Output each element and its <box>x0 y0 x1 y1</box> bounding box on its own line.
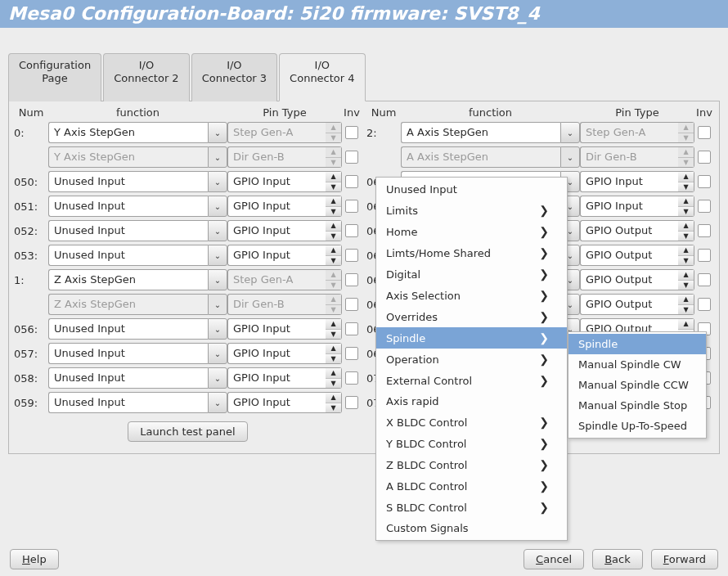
pintype-spinner[interactable]: ▲▼ <box>326 343 342 364</box>
back-button[interactable]: Back <box>592 549 643 569</box>
menu-item[interactable]: External Control❯ <box>376 370 567 391</box>
pintype-spinner[interactable]: ▲▼ <box>326 196 342 217</box>
pintype-combobox[interactable]: GPIO Input <box>227 245 326 266</box>
pintype-combobox[interactable]: GPIO Output <box>580 269 678 290</box>
pintype-spinner[interactable]: ▲▼ <box>678 196 694 217</box>
function-combobox[interactable]: Unused Input <box>48 318 208 340</box>
pintype-combobox[interactable]: GPIO Input <box>580 171 678 192</box>
menu-item[interactable]: Limits❯ <box>376 200 567 221</box>
inv-checkbox[interactable] <box>345 347 358 360</box>
function-combobox-button[interactable]: ⌄ <box>208 196 227 217</box>
function-combobox-button[interactable]: ⌄ <box>208 367 227 389</box>
function-combobox-button[interactable]: ⌄ <box>208 269 227 290</box>
function-combobox-button[interactable]: ⌄ <box>208 343 227 364</box>
inv-checkbox[interactable] <box>345 371 358 385</box>
pintype-combobox[interactable]: GPIO Input <box>227 196 326 217</box>
inv-checkbox[interactable] <box>345 396 358 409</box>
inv-checkbox[interactable] <box>345 298 358 311</box>
launch-test-panel-button[interactable]: Launch test panel <box>128 421 247 442</box>
inv-checkbox[interactable] <box>698 298 711 311</box>
pintype-spinner[interactable]: ▲▼ <box>678 245 694 266</box>
pintype-spinner[interactable]: ▲▼ <box>678 171 694 192</box>
help-button[interactable]: Help <box>10 549 59 569</box>
function-combobox-button[interactable]: ⌄ <box>208 318 227 340</box>
function-dropdown-menu[interactable]: Unused InputLimits❯Home❯Limts/Home Share… <box>375 177 568 541</box>
inv-checkbox[interactable] <box>345 151 358 164</box>
pintype-combobox[interactable]: GPIO Input <box>227 392 326 413</box>
inv-checkbox[interactable] <box>345 224 358 237</box>
function-combobox[interactable]: Unused Input <box>48 392 208 413</box>
tab-config-page[interactable]: Configuration Page <box>8 53 101 101</box>
inv-checkbox[interactable] <box>698 151 711 164</box>
pintype-spinner[interactable]: ▲▼ <box>326 245 342 266</box>
function-combobox[interactable]: Z Axis StepGen <box>48 269 208 290</box>
inv-checkbox[interactable] <box>698 175 711 188</box>
menu-item[interactable]: Y BLDC Control❯ <box>376 433 567 454</box>
menu-item[interactable]: Z BLDC Control❯ <box>376 454 567 475</box>
submenu-item[interactable]: Manual Spindle CW <box>568 354 706 375</box>
submenu-item[interactable]: Spindle Up-To-Speed <box>568 416 706 436</box>
menu-item[interactable]: Home❯ <box>376 221 567 242</box>
function-dropdown-submenu[interactable]: SpindleManual Spindle CWManual Spindle C… <box>568 331 707 439</box>
function-combobox[interactable]: Unused Input <box>48 220 208 241</box>
function-combobox[interactable]: Unused Input <box>48 245 208 266</box>
function-combobox-button[interactable]: ⌄ <box>208 392 227 413</box>
pintype-combobox[interactable]: GPIO Input <box>227 318 326 340</box>
submenu-item[interactable]: Manual Spindle Stop <box>568 395 706 416</box>
pintype-combobox[interactable]: GPIO Input <box>580 196 678 217</box>
pintype-spinner[interactable]: ▲▼ <box>326 318 342 340</box>
inv-checkbox[interactable] <box>345 200 358 213</box>
menu-item[interactable]: Limts/Home Shared❯ <box>376 242 567 263</box>
pintype-combobox[interactable]: GPIO Input <box>227 367 326 389</box>
tab-io-connector-3[interactable]: I/O Connector 3 <box>191 53 277 101</box>
function-combobox[interactable]: A Axis StepGen <box>401 122 560 143</box>
pintype-combobox[interactable]: GPIO Input <box>227 220 326 241</box>
pintype-spinner[interactable]: ▲▼ <box>678 294 694 315</box>
menu-item[interactable]: Overrides❯ <box>376 306 567 327</box>
inv-checkbox[interactable] <box>698 126 711 139</box>
tab-io-connector-2[interactable]: I/O Connector 2 <box>103 53 189 101</box>
submenu-item[interactable]: Spindle <box>568 334 706 354</box>
menu-item[interactable]: Axis rapid <box>376 391 567 412</box>
menu-item[interactable]: Spindle❯ <box>376 327 567 349</box>
pintype-combobox[interactable]: GPIO Output <box>580 294 678 315</box>
menu-item[interactable]: Axis Selection❯ <box>376 285 567 306</box>
pintype-spinner[interactable]: ▲▼ <box>678 220 694 241</box>
function-combobox-button[interactable]: ⌄ <box>208 171 227 192</box>
menu-item[interactable]: X BLDC Control❯ <box>376 412 567 433</box>
pintype-combobox[interactable]: GPIO Input <box>227 343 326 364</box>
menu-item[interactable]: Digital❯ <box>376 263 567 285</box>
menu-item[interactable]: Operation❯ <box>376 349 567 370</box>
function-combobox-button[interactable]: ⌄ <box>208 220 227 241</box>
pintype-spinner[interactable]: ▲▼ <box>326 171 342 192</box>
inv-checkbox[interactable] <box>698 200 711 213</box>
function-combobox-button[interactable]: ⌄ <box>208 122 227 143</box>
function-combobox[interactable]: Unused Input <box>48 171 208 192</box>
function-combobox[interactable]: Unused Input <box>48 367 208 389</box>
cancel-button[interactable]: Cancel <box>524 549 584 569</box>
function-combobox-button[interactable]: ⌄ <box>208 245 227 266</box>
function-combobox[interactable]: Y Axis StepGen <box>48 122 208 143</box>
function-combobox[interactable]: Unused Input <box>48 196 208 217</box>
inv-checkbox[interactable] <box>345 175 358 188</box>
pintype-combobox[interactable]: GPIO Output <box>580 245 678 266</box>
inv-checkbox[interactable] <box>345 249 358 262</box>
menu-item[interactable]: A BLDC Control❯ <box>376 475 567 497</box>
inv-checkbox[interactable] <box>345 126 358 139</box>
function-combobox-button[interactable]: ⌄ <box>560 122 580 143</box>
pintype-combobox[interactable]: GPIO Output <box>580 220 678 241</box>
menu-item[interactable]: Custom Signals <box>376 518 567 538</box>
pintype-spinner[interactable]: ▲▼ <box>326 220 342 241</box>
inv-checkbox[interactable] <box>698 224 711 237</box>
inv-checkbox[interactable] <box>698 249 711 262</box>
forward-button[interactable]: Forward <box>651 549 718 569</box>
inv-checkbox[interactable] <box>698 273 711 286</box>
inv-checkbox[interactable] <box>345 273 358 286</box>
pintype-spinner[interactable]: ▲▼ <box>326 367 342 389</box>
submenu-item[interactable]: Manual Spindle CCW <box>568 375 706 395</box>
menu-item[interactable]: S BLDC Control❯ <box>376 497 567 518</box>
pintype-combobox[interactable]: GPIO Input <box>227 171 326 192</box>
pintype-spinner[interactable]: ▲▼ <box>678 269 694 290</box>
pintype-spinner[interactable]: ▲▼ <box>326 392 342 413</box>
menu-item[interactable]: Unused Input <box>376 179 567 200</box>
